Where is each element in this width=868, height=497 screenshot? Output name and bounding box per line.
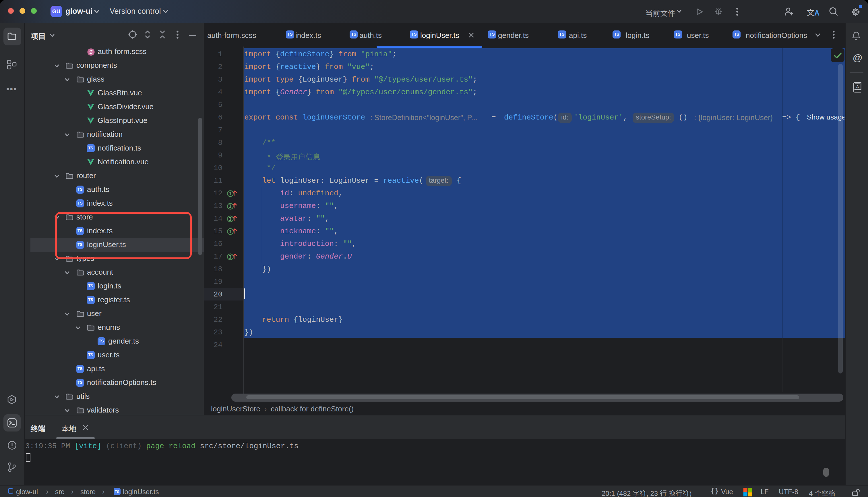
svg-text:A: A [856,84,858,89]
